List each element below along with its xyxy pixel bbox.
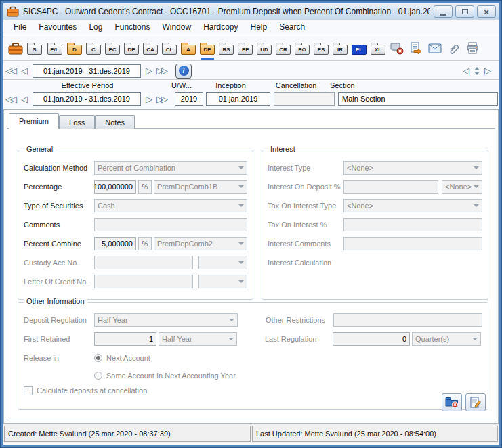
toolbar-item-s[interactable]: S — [26, 41, 43, 57]
previous-section-button[interactable]: ◁ — [19, 95, 30, 104]
tab-premium[interactable]: Premium — [9, 113, 59, 129]
custody-acc-field[interactable] — [94, 256, 193, 269]
chevron-down-icon — [238, 242, 244, 245]
calculate-deposits-checkbox[interactable] — [24, 386, 33, 395]
mail-icon[interactable] — [427, 41, 443, 57]
tab-loss[interactable]: Loss — [59, 115, 95, 129]
comments-field[interactable] — [94, 218, 247, 231]
percent-combine-label: Percent Combine — [24, 240, 94, 248]
toolbar-item-xl[interactable]: XL — [370, 41, 386, 57]
deposit-regulation-label: Deposit Regulation — [24, 316, 94, 324]
radio-next-account[interactable] — [94, 354, 102, 362]
other-restrictions-field[interactable] — [333, 313, 482, 327]
toolbar-item-cr[interactable]: CR — [275, 41, 291, 57]
toolbar-item-po[interactable]: PO — [294, 41, 310, 57]
effective-period-field[interactable]: 01.jan.2019 - 31.des.2019 — [33, 92, 141, 106]
menu-help[interactable]: Help — [244, 21, 273, 33]
attachment-icon[interactable] — [446, 41, 462, 57]
toolbar-item-pc[interactable]: PC — [104, 41, 121, 57]
menu-search[interactable]: Search — [273, 21, 311, 33]
record-spinner[interactable] — [474, 67, 480, 75]
minimize-button[interactable] — [434, 5, 453, 18]
toolbar-item-plsql[interactable]: PL — [351, 41, 367, 57]
print-icon[interactable] — [465, 41, 481, 57]
interest-type-select[interactable]: <None> — [343, 161, 482, 175]
briefcase-icon — [6, 5, 20, 18]
toolbar-item-pf[interactable]: PF — [237, 41, 253, 57]
custody-acc-select[interactable] — [198, 256, 247, 269]
toolbar-item-a[interactable]: A — [180, 41, 196, 57]
window-title: SICS4PC - Outward Cedent's Contract - OC… — [23, 7, 430, 16]
letter-of-credit-field[interactable] — [94, 275, 193, 288]
scroll-left-button[interactable]: ◁ — [461, 66, 472, 75]
uw-year-field[interactable]: 2019 — [175, 92, 203, 106]
menu-hardcopy[interactable]: Hardcopy — [197, 21, 244, 33]
menu-functions[interactable]: Functions — [108, 21, 156, 33]
type-of-securities-select[interactable]: Cash — [94, 199, 247, 212]
deposit-regulation-select[interactable]: Half Year — [94, 313, 238, 327]
status-bar: Created: Mette Svalund (25.mar.2020 - 08… — [3, 424, 499, 443]
letter-of-credit-label: Letter Of Credit No. — [24, 277, 94, 286]
toolbar-item-rs[interactable]: RS — [218, 41, 234, 57]
last-record-button[interactable]: ▷▷ — [154, 66, 170, 75]
first-section-button[interactable]: ◁◁ — [3, 95, 19, 104]
radio-next-account-label: Next Account — [106, 354, 150, 362]
action-buttons — [442, 393, 486, 411]
first-record-button[interactable]: ◁◁ — [3, 66, 19, 75]
close-button[interactable]: × — [477, 5, 496, 18]
inception-field[interactable]: 01.jan.2019 — [206, 92, 270, 106]
percentage-field[interactable]: 100,000000 — [94, 180, 136, 194]
tax-on-interest-type-select[interactable]: <None> — [343, 199, 482, 212]
radio-same-account-label: Same Account In Next Accounting Year — [106, 372, 236, 380]
report-icon[interactable] — [408, 41, 424, 57]
radio-same-account[interactable] — [94, 372, 102, 380]
interest-comments-field[interactable] — [343, 237, 482, 250]
section-field[interactable]: Main Section — [338, 92, 498, 106]
cancellation-field[interactable] — [274, 92, 335, 106]
letter-of-credit-select[interactable] — [198, 275, 247, 288]
toolbar-item-d[interactable]: D — [66, 41, 83, 57]
interest-on-deposit-label: Interest On Deposit % — [268, 183, 343, 191]
briefcase-toolbar-icon[interactable] — [7, 41, 24, 57]
percent-combine-field[interactable]: 5,000000 — [94, 237, 136, 250]
title-bar[interactable]: SICS4PC - Outward Cedent's Contract - OC… — [3, 3, 499, 20]
calculation-method-select[interactable]: Percent of Combination — [94, 161, 247, 175]
first-retained-field[interactable]: 1 — [94, 332, 156, 346]
delete-record-icon[interactable] — [389, 41, 405, 57]
close-icon: × — [484, 7, 489, 16]
toolbar-item-es[interactable]: ES — [313, 41, 329, 57]
toolbar-item-de[interactable]: DE — [123, 41, 140, 57]
restore-button[interactable] — [455, 5, 474, 18]
toolbar-item-c[interactable]: C — [85, 41, 102, 57]
chevron-down-icon — [238, 280, 244, 283]
toolbar-item-ir[interactable]: IR — [332, 41, 348, 57]
next-record-button[interactable]: ▷ — [144, 66, 154, 75]
toolbar-item-dp-active[interactable]: DP — [199, 41, 215, 57]
percentage-type-select[interactable]: PremDepComb1B — [154, 180, 247, 194]
last-regulation-field[interactable]: 0 — [333, 332, 410, 346]
menu-favourites[interactable]: Favourites — [33, 21, 83, 33]
last-section-button[interactable]: ▷▷ — [154, 95, 170, 104]
tax-on-interest-pct-field[interactable] — [343, 218, 482, 231]
menu-log[interactable]: Log — [83, 21, 108, 33]
interest-on-deposit-select[interactable]: <None> — [442, 180, 482, 194]
menu-window[interactable]: Window — [156, 21, 197, 33]
percent-combine-type-select[interactable]: PremDepComb2 — [154, 237, 247, 250]
menu-file[interactable]: File — [7, 21, 33, 33]
last-regulation-unit-select[interactable]: Quarter(s) — [412, 332, 481, 346]
edit-notes-button[interactable] — [465, 393, 486, 411]
interest-on-deposit-field[interactable] — [343, 180, 438, 194]
delete-deposit-button[interactable] — [442, 393, 462, 411]
tab-notes[interactable]: Notes — [95, 115, 135, 129]
first-retained-unit-select[interactable]: Half Year — [159, 332, 237, 346]
scroll-right-button[interactable]: ▷ — [482, 66, 493, 75]
toolbar-item-cl[interactable]: CL — [161, 41, 177, 57]
first-retained-label: First Retained — [24, 335, 94, 343]
toolbar-item-pl-ratio[interactable]: P/L — [45, 41, 64, 57]
next-section-button[interactable]: ▷ — [144, 95, 154, 104]
toolbar-item-ca[interactable]: CA — [142, 41, 159, 57]
previous-record-button[interactable]: ◁ — [19, 66, 30, 75]
info-button[interactable]: i — [175, 64, 192, 79]
toolbar-item-ud[interactable]: UD — [256, 41, 272, 57]
period-range-field[interactable]: 01.jan.2019 - 31.des.2019 — [33, 64, 141, 78]
